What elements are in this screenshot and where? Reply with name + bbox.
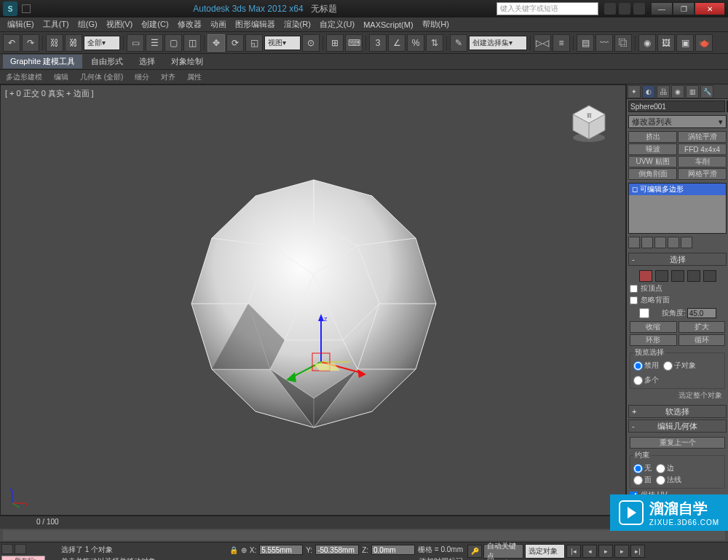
viewport[interactable]: [ + 0 正交 0 真实 + 边面 ] 前 xyxy=(0,84,626,516)
menu-help[interactable]: 帮助(H) xyxy=(418,19,454,30)
app-logo-icon[interactable]: S xyxy=(3,1,17,16)
next-frame-icon[interactable]: ▸ xyxy=(614,545,629,558)
vertex-icon[interactable] xyxy=(639,270,652,282)
mod-turbosmooth-button[interactable]: 涡轮平滑 xyxy=(678,131,727,143)
tab-selection[interactable]: 选择 xyxy=(132,55,162,68)
by-angle-checkbox[interactable]: 按角度: xyxy=(630,308,686,318)
constraint-none-radio[interactable]: 无 xyxy=(633,463,652,473)
menu-edit[interactable]: 编辑(E) xyxy=(3,19,39,30)
coord-z-input[interactable]: 0.0mm xyxy=(371,545,415,555)
minimize-button[interactable]: — xyxy=(651,2,673,15)
menu-customize[interactable]: 自定义(U) xyxy=(315,19,359,30)
menu-tools[interactable]: 工具(T) xyxy=(39,19,74,30)
ribbon-geometry[interactable]: 几何体 (全部) xyxy=(77,72,126,82)
constraint-face-radio[interactable]: 面 xyxy=(633,475,652,485)
at-row-button[interactable]: ▸ 所在行: xyxy=(1,556,45,560)
grow-button[interactable]: 扩大 xyxy=(678,321,726,333)
render-setup-icon[interactable]: 🖼 xyxy=(657,34,675,52)
modifier-list-dropdown[interactable]: 修改器列表▾ xyxy=(628,115,727,128)
prev-frame-icon[interactable]: ◂ xyxy=(582,545,597,558)
angle-spinner[interactable] xyxy=(687,308,716,318)
render-frame-icon[interactable]: ▣ xyxy=(676,34,694,52)
select-name-icon[interactable]: ☰ xyxy=(146,34,163,52)
mini-curve-icon[interactable] xyxy=(1,544,13,554)
goto-end-icon[interactable]: ▸| xyxy=(630,545,645,558)
menu-modifiers[interactable]: 修改器 xyxy=(173,19,206,30)
align-icon[interactable]: ≡ xyxy=(553,34,570,52)
tab-hierarchy-icon[interactable]: 品 xyxy=(657,85,670,98)
percent-snap-icon[interactable]: % xyxy=(407,34,424,52)
show-end-result-icon[interactable] xyxy=(641,237,653,248)
polygon-icon[interactable] xyxy=(687,270,700,282)
redo-icon[interactable]: ↷ xyxy=(22,34,39,52)
tab-object-paint[interactable]: 对象绘制 xyxy=(164,55,210,68)
tab-freeform[interactable]: 自由形式 xyxy=(84,55,130,68)
key-mode-icon[interactable]: 🔑 xyxy=(467,545,482,558)
rect-select-icon[interactable]: ▢ xyxy=(165,34,182,52)
edit-named-sel-icon[interactable]: ✎ xyxy=(450,34,467,52)
angle-snap-icon[interactable]: ∠ xyxy=(388,34,405,52)
constraint-edge-radio[interactable]: 边 xyxy=(656,463,674,473)
loop-button[interactable]: 循环 xyxy=(678,334,726,346)
pin-stack-icon[interactable] xyxy=(628,237,640,248)
menu-group[interactable]: 组(G) xyxy=(74,19,102,30)
preview-disable-radio[interactable]: 禁用 xyxy=(633,360,659,371)
make-unique-icon[interactable] xyxy=(654,237,666,248)
unlink-icon[interactable]: ⛓̸ xyxy=(65,34,82,52)
undo-icon[interactable]: ↶ xyxy=(3,34,20,52)
material-editor-icon[interactable]: ◉ xyxy=(638,34,656,52)
constraint-normal-radio[interactable]: 法线 xyxy=(656,475,681,485)
coord-x-input[interactable]: 5.555mm xyxy=(259,545,303,555)
recent-icon[interactable] xyxy=(22,4,31,13)
preview-subobj-radio[interactable]: 子对象 xyxy=(663,360,696,371)
border-icon[interactable] xyxy=(671,270,684,282)
window-crossing-icon[interactable]: ◫ xyxy=(183,34,201,52)
element-icon[interactable] xyxy=(703,270,716,282)
mod-ffd-button[interactable]: FFD 4x4x4 xyxy=(678,143,727,155)
goto-start-icon[interactable]: |◂ xyxy=(566,545,581,558)
coord-toggle-icon[interactable]: ⊕ xyxy=(241,546,247,554)
track-bar[interactable] xyxy=(3,530,725,540)
tab-motion-icon[interactable]: ◉ xyxy=(671,85,684,98)
schematic-view-icon[interactable]: ⿻ xyxy=(614,34,632,52)
move-icon[interactable]: ✥ xyxy=(207,34,225,52)
menu-views[interactable]: 视图(V) xyxy=(102,19,138,30)
help-icon[interactable] xyxy=(633,3,645,15)
auto-key-button[interactable]: 自动关键点 xyxy=(483,544,523,559)
menu-graph-editors[interactable]: 图形编辑器 xyxy=(231,19,280,30)
mod-noise-button[interactable]: 噪波 xyxy=(628,143,677,155)
play-icon[interactable]: ▸ xyxy=(598,545,613,558)
menu-create[interactable]: 创建(C) xyxy=(137,19,173,30)
mirror-icon[interactable]: ▷◁ xyxy=(534,34,551,52)
pivot-icon[interactable]: ⊙ xyxy=(302,34,320,52)
lock-icon[interactable]: 🔒 xyxy=(229,546,238,554)
ribbon-subdiv[interactable]: 细分 xyxy=(132,72,152,82)
menu-rendering[interactable]: 渲染(R) xyxy=(280,19,315,30)
menu-animation[interactable]: 动画 xyxy=(206,19,231,30)
scale-icon[interactable]: ◱ xyxy=(245,34,263,52)
tab-utilities-icon[interactable]: 🔧 xyxy=(700,85,713,98)
tab-display-icon[interactable]: ▥ xyxy=(686,85,699,98)
rollout-soft-selection[interactable]: 软选择 xyxy=(628,405,727,418)
remove-modifier-icon[interactable] xyxy=(668,237,679,248)
transform-gizmo-icon[interactable]: z xyxy=(270,311,372,413)
add-time-tag[interactable]: 添加时间标记 xyxy=(419,556,463,560)
render-icon[interactable]: 🫖 xyxy=(695,34,713,52)
tab-modify-icon[interactable]: ◐ xyxy=(642,85,655,98)
shrink-button[interactable]: 收缩 xyxy=(630,321,677,333)
snap-toggle-icon[interactable]: 3 xyxy=(369,34,387,52)
link-icon[interactable]: ⛓ xyxy=(46,34,63,52)
selection-set-dropdown[interactable]: 选定对象 xyxy=(525,544,565,559)
ribbon-properties[interactable]: 属性 xyxy=(184,72,205,82)
ref-coord-dropdown[interactable]: 视图 ▾ xyxy=(264,36,301,50)
layer-manager-icon[interactable]: ▤ xyxy=(577,34,594,52)
ring-button[interactable]: 环形 xyxy=(630,334,677,346)
object-name-input[interactable] xyxy=(628,100,725,112)
coord-y-input[interactable]: -50.358mm xyxy=(315,545,359,555)
mod-bevel-profile-button[interactable]: 倒角剖面 xyxy=(628,168,677,180)
mod-extrude-button[interactable]: 挤出 xyxy=(628,131,677,143)
close-button[interactable]: ✕ xyxy=(695,2,725,15)
edge-icon[interactable] xyxy=(655,270,668,282)
info-icon[interactable] xyxy=(604,3,616,15)
by-vertex-checkbox[interactable]: 按顶点 xyxy=(630,283,725,293)
